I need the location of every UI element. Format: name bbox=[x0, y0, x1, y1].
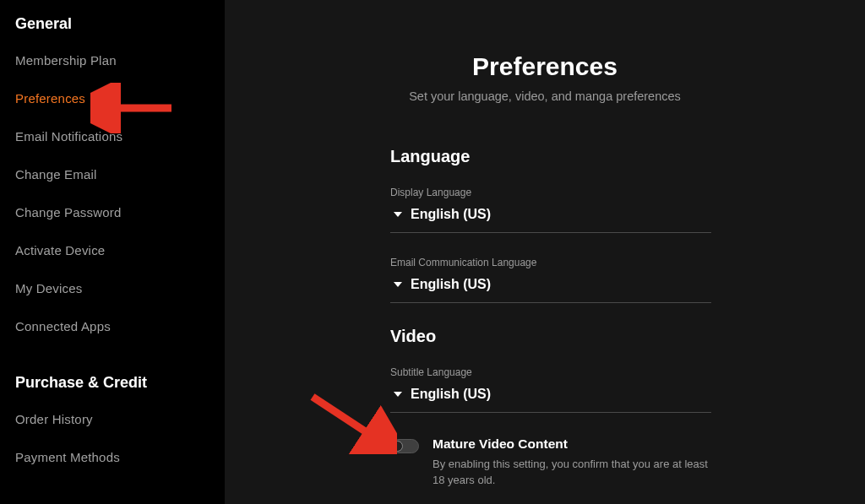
sidebar-item-order-history[interactable]: Order History bbox=[15, 412, 225, 426]
caret-down-icon bbox=[394, 392, 402, 397]
sidebar-item-change-email[interactable]: Change Email bbox=[15, 167, 225, 182]
page-title: Preferences bbox=[284, 52, 806, 81]
page-subtitle: Set your language, video, and manga pref… bbox=[284, 89, 806, 103]
preferences-panel: Preferences Set your language, video, an… bbox=[225, 0, 865, 504]
email-language-field[interactable]: Email Communication Language English (US… bbox=[390, 257, 711, 303]
display-language-field[interactable]: Display Language English (US) bbox=[390, 187, 711, 233]
display-language-value: English (US) bbox=[411, 207, 491, 222]
mature-content-title: Mature Video Content bbox=[432, 436, 711, 452]
subtitle-language-label: Subtitle Language bbox=[390, 366, 711, 378]
caret-down-icon bbox=[394, 212, 402, 217]
annotation-arrow-icon bbox=[304, 387, 397, 454]
sidebar-item-my-devices[interactable]: My Devices bbox=[15, 281, 225, 295]
mature-content-description: By enabling this setting, you confirm th… bbox=[432, 457, 711, 489]
sidebar-item-email-notifications[interactable]: Email Notifications bbox=[15, 129, 225, 144]
settings-sidebar: General Membership Plan Preferences Emai… bbox=[0, 0, 225, 504]
caret-down-icon bbox=[394, 282, 402, 287]
sidebar-item-activate-device[interactable]: Activate Device bbox=[15, 243, 225, 257]
subtitle-language-field[interactable]: Subtitle Language English (US) bbox=[390, 366, 711, 413]
sidebar-item-connected-apps[interactable]: Connected Apps bbox=[15, 319, 225, 333]
sidebar-heading-purchase-credit: Purchase & Credit bbox=[15, 374, 225, 392]
section-title-language: Language bbox=[390, 147, 711, 166]
sidebar-item-payment-methods[interactable]: Payment Methods bbox=[15, 450, 225, 464]
section-title-video: Video bbox=[390, 327, 711, 346]
mature-content-setting: Mature Video Content By enabling this se… bbox=[390, 436, 711, 489]
sidebar-item-change-password[interactable]: Change Password bbox=[15, 205, 225, 219]
toggle-knob-icon bbox=[392, 441, 403, 452]
sidebar-heading-general: General bbox=[15, 15, 225, 33]
svg-line-3 bbox=[313, 397, 377, 439]
email-language-value: English (US) bbox=[411, 277, 491, 292]
display-language-label: Display Language bbox=[390, 187, 711, 198]
subtitle-language-value: English (US) bbox=[411, 387, 491, 402]
email-language-label: Email Communication Language bbox=[390, 257, 711, 268]
sidebar-item-preferences[interactable]: Preferences bbox=[15, 91, 225, 106]
sidebar-item-membership-plan[interactable]: Membership Plan bbox=[15, 53, 225, 68]
mature-content-toggle[interactable] bbox=[390, 439, 419, 453]
